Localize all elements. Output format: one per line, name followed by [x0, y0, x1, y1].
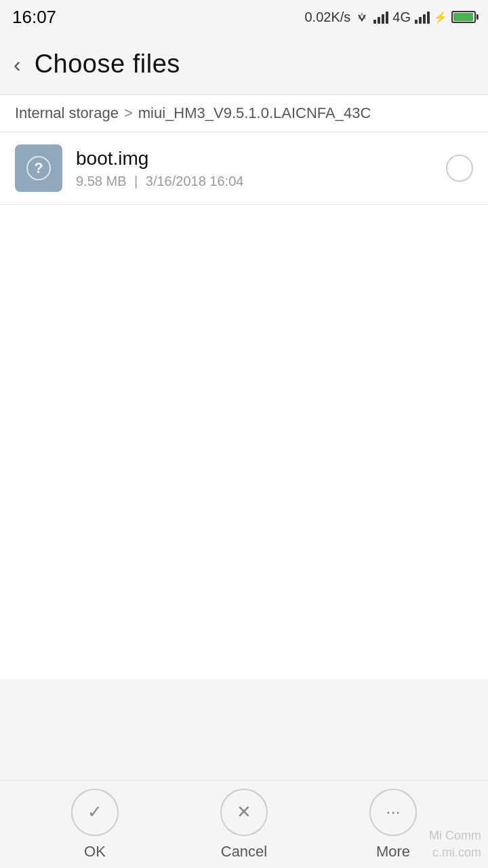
file-select-radio[interactable] — [446, 155, 473, 182]
cancel-button-circle: ✕ — [220, 789, 268, 836]
file-question-icon: ? — [26, 156, 51, 180]
watermark-line2: c.mi.com — [429, 844, 481, 861]
more-icon: ··· — [386, 802, 401, 823]
signal-icon-1 — [373, 10, 388, 24]
app-bar: ‹ Choose files — [0, 34, 488, 95]
breadcrumb: Internal storage > miui_HM3_V9.5.1.0.LAI… — [0, 95, 488, 132]
signal-icon-2 — [415, 10, 430, 24]
file-date: 3/16/2018 16:04 — [146, 174, 244, 189]
status-right: 0.02K/s 4G ⚡ — [304, 9, 476, 25]
back-button[interactable]: ‹ — [14, 54, 21, 75]
file-meta: 9.58 MB | 3/16/2018 16:04 — [76, 174, 446, 189]
ok-button-circle: ✓ — [71, 789, 119, 836]
file-size: 9.58 MB — [76, 174, 126, 189]
more-label: More — [376, 843, 410, 861]
status-bar: 16:07 0.02K/s 4G ⚡ — [0, 0, 488, 34]
watermark-line1: Mi Comm — [429, 827, 481, 844]
cancel-label: Cancel — [221, 843, 267, 861]
data-arrows-icon — [354, 9, 369, 24]
network-speed: 0.02K/s — [304, 9, 350, 25]
cancel-icon: ✕ — [237, 802, 251, 823]
watermark: Mi Comm c.mi.com — [429, 827, 481, 861]
file-list: ? boot.img 9.58 MB | 3/16/2018 16:04 — [0, 132, 488, 205]
battery-icon — [451, 11, 476, 23]
file-meta-separator: | — [134, 174, 138, 189]
more-button-circle: ··· — [369, 789, 417, 836]
ok-label: OK — [84, 843, 106, 861]
breadcrumb-root[interactable]: Internal storage — [15, 104, 119, 122]
ok-icon: ✓ — [87, 802, 102, 823]
ok-button[interactable]: ✓ OK — [71, 789, 119, 861]
file-type-icon: ? — [15, 144, 62, 192]
content-area — [0, 205, 488, 679]
bottom-bar: ✓ OK ✕ Cancel ··· More — [0, 780, 488, 868]
breadcrumb-separator: > — [124, 104, 133, 122]
page-title: Choose files — [35, 50, 180, 79]
charging-icon: ⚡ — [434, 11, 447, 24]
file-name: boot.img — [76, 148, 446, 170]
breadcrumb-current[interactable]: miui_HM3_V9.5.1.0.LAICNFA_43C — [138, 104, 371, 122]
file-info: boot.img 9.58 MB | 3/16/2018 16:04 — [76, 148, 446, 189]
status-time: 16:07 — [12, 7, 56, 28]
cancel-button[interactable]: ✕ Cancel — [220, 789, 268, 861]
more-button[interactable]: ··· More — [369, 789, 417, 861]
network-type: 4G — [392, 9, 411, 25]
list-item[interactable]: ? boot.img 9.58 MB | 3/16/2018 16:04 — [0, 132, 488, 205]
